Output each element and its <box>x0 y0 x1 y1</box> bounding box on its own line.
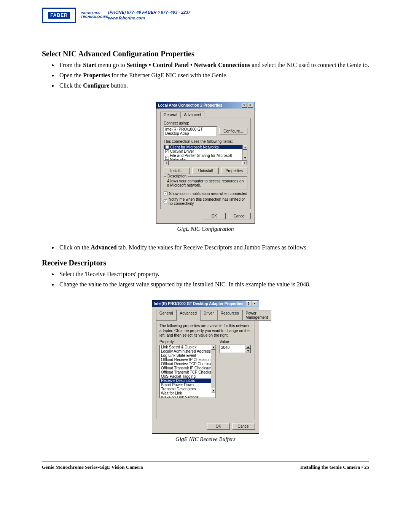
adapter-field: Intel(R) PRO/1000 GT Desktop Adap <box>164 126 217 136</box>
section-heading-nic-config: Select NIC Advanced Configuration Proper… <box>42 50 369 58</box>
value-stepper[interactable]: 2048 ▲ ▼ <box>220 345 251 353</box>
section1-bullets: From the Start menu go to Settings • Con… <box>42 61 369 90</box>
dialog2-titlebar: Intel(R) PRO/1000 GT Desktop Adapter Pro… <box>152 300 259 307</box>
scroll-down-icon[interactable]: ▼ <box>243 156 247 160</box>
property-listbox[interactable]: Link Speed & DuplexLocally Administered … <box>159 345 216 398</box>
property-row[interactable]: Smart Power Down <box>160 383 215 387</box>
cb2-label: Notify me when this connection has limit… <box>169 197 247 206</box>
section-heading-receive-descriptors: Receive Descriptors <box>42 259 369 267</box>
property-row[interactable]: Transmit Descriptors <box>160 387 215 391</box>
mid-bullets: Click on the Advanced tab. Modify the va… <box>42 243 369 252</box>
logo-text: FABER <box>48 12 70 19</box>
tab-driver[interactable]: Driver <box>200 310 217 321</box>
description-label: Description <box>166 174 188 178</box>
checkbox-show-icon[interactable] <box>164 192 167 195</box>
checkbox-icon[interactable] <box>165 145 169 149</box>
property-row[interactable]: Log Link State Event <box>160 353 215 358</box>
header-url: www.faberinc.com <box>108 16 145 20</box>
tab-resources[interactable]: Resources <box>217 310 242 321</box>
logo-tagline: INDUSTRIAL TECHNOLOGIES <box>81 11 104 19</box>
items-listbox[interactable]: Client for Microsoft Networks CorSnif Dr… <box>164 145 247 165</box>
help-icon[interactable]: ? <box>246 301 251 306</box>
header-contact: (PHONE) 877- 40 FABER ◊ 877- 403 - 2237 … <box>108 10 190 21</box>
property-label: Property: <box>159 340 216 344</box>
uninstall-button[interactable]: Uninstall <box>192 168 218 174</box>
page-header: FABER INDUSTRIAL TECHNOLOGIES (PHONE) 87… <box>42 8 369 23</box>
section2-bullets: Select the 'Receive Descriptors' propert… <box>42 270 369 289</box>
property-row[interactable]: Offload Transmit IP Checksum <box>160 366 215 370</box>
dialog1-titlebar: Local Area Connection 2 Properties ? × <box>156 102 255 109</box>
cancel-button[interactable]: Cancel <box>232 423 255 430</box>
tab-general[interactable]: General <box>156 310 177 321</box>
footer-right: Installing the Genie Camera • 25 <box>300 464 369 470</box>
dialog2-caption: GigE NIC Receive Buffers <box>42 436 369 443</box>
dialog-connection-properties: Local Area Connection 2 Properties ? × G… <box>156 102 255 224</box>
install-button[interactable]: Install... <box>164 168 190 174</box>
dialog2-title: Intel(R) PRO/1000 GT Desktop Adapter Pro… <box>154 302 243 306</box>
page-footer: Genie Monochrome Series-GigE Vision Came… <box>42 462 369 470</box>
scroll-left-icon[interactable]: ◄ <box>164 161 169 165</box>
tab-advanced[interactable]: Advanced <box>181 112 204 118</box>
dialog2-intro: The following properties are available f… <box>159 324 252 338</box>
faber-logo: FABER <box>42 8 76 23</box>
scroll-down-icon[interactable]: ▼ <box>211 388 216 393</box>
close-icon[interactable]: × <box>252 301 257 306</box>
property-row[interactable]: Wait for Link <box>160 391 215 395</box>
property-row[interactable]: Offload Receive TCP Checksum <box>160 362 215 366</box>
scrollbar-vertical[interactable]: ▲ ▼ <box>211 345 215 393</box>
scrollbar-horizontal[interactable]: ◄ ► <box>164 160 247 165</box>
cancel-button[interactable]: Cancel <box>228 213 251 219</box>
connect-using-label: Connect using: <box>164 121 247 125</box>
close-icon[interactable]: × <box>248 103 253 108</box>
tab-power[interactable]: Power Management <box>242 310 271 321</box>
value-field[interactable]: 2048 <box>220 345 245 353</box>
bullet-change-value: Change the value to the largest value su… <box>58 280 369 289</box>
property-row[interactable]: Wake on Link Settings <box>160 395 215 398</box>
phone-line: (PHONE) 877- 40 FABER ◊ 877- 403 - 2237 <box>108 10 190 14</box>
checkbox-icon[interactable] <box>165 156 169 160</box>
bullet-1: From the Start menu go to Settings • Con… <box>58 61 369 69</box>
scroll-right-icon[interactable]: ► <box>242 161 247 165</box>
dialog-adapter-properties: Intel(R) PRO/1000 GT Desktop Adapter Pro… <box>152 300 259 434</box>
description-text: Allows your computer to access resources… <box>167 179 244 187</box>
property-row[interactable]: Receive Descriptors <box>160 379 215 383</box>
tab-general[interactable]: General <box>160 112 181 118</box>
tab-advanced[interactable]: Advanced <box>177 310 200 321</box>
dialog1-title: Local Area Connection 2 Properties <box>158 103 222 107</box>
bullet-advanced-tab: Click on the Advanced tab. Modify the va… <box>58 243 369 252</box>
property-row[interactable]: Link Speed & Duplex <box>160 345 215 349</box>
property-row[interactable]: Offload Transmit TCP Checksum <box>160 370 215 374</box>
spin-down-icon[interactable]: ▼ <box>245 349 251 353</box>
scroll-up-icon[interactable]: ▲ <box>211 345 216 350</box>
cb1-label: Show icon in notification area when conn… <box>169 192 247 196</box>
footer-left: Genie Monochrome Series-GigE Vision Came… <box>42 464 143 470</box>
value-label: Value: <box>220 340 251 344</box>
properties-button[interactable]: Properties <box>221 168 247 174</box>
property-row[interactable]: QoS Packet Tagging <box>160 374 215 379</box>
description-group: Description Allows your computer to acce… <box>164 176 247 190</box>
property-row[interactable]: Locally Administered Address <box>160 349 215 353</box>
list-item: Client for Microsoft Networks <box>170 145 219 149</box>
help-icon[interactable]: ? <box>242 103 247 108</box>
property-row[interactable]: Offload Receive IP Checksum <box>160 358 215 362</box>
bullet-2: Open the Properties for the Ethernet Gig… <box>58 71 369 80</box>
dialog1-caption: GigE NIC Configuration <box>42 226 369 232</box>
uses-items-label: This connection uses the following items… <box>164 139 247 144</box>
scroll-up-icon[interactable]: ▲ <box>243 145 247 150</box>
configure-button[interactable]: Configure... <box>219 128 247 134</box>
list-item: CorSnif Driver <box>170 149 194 153</box>
scrollbar-vertical[interactable]: ▲ ▼ <box>242 145 247 160</box>
ok-button[interactable]: OK <box>207 423 230 430</box>
bullet-3: Click the Configure button. <box>58 81 369 90</box>
checkbox-notify[interactable] <box>164 200 167 203</box>
checkbox-icon[interactable] <box>165 149 169 153</box>
ok-button[interactable]: OK <box>203 213 226 219</box>
bullet-select-prop: Select the 'Receive Descriptors' propert… <box>58 270 369 278</box>
spin-up-icon[interactable]: ▲ <box>245 345 251 349</box>
